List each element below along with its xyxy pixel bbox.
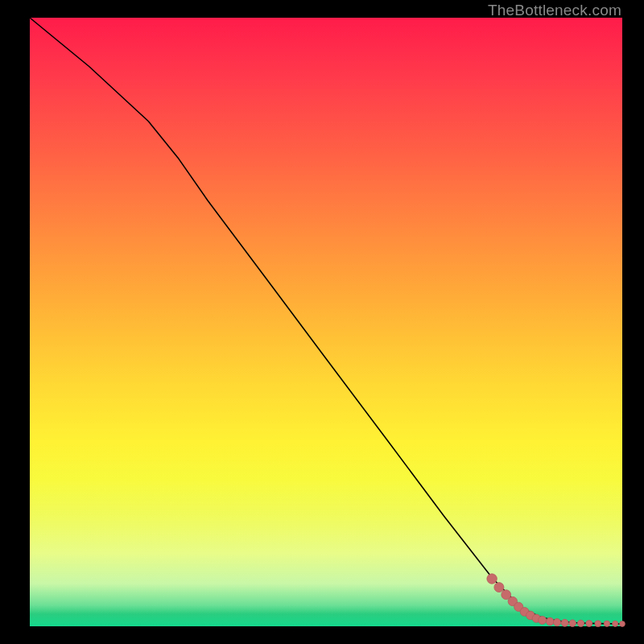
tail-point: [487, 574, 497, 584]
bottleneck-curve: [30, 18, 622, 624]
tail-point: [604, 621, 609, 626]
tail-point: [494, 583, 504, 592]
tail-points: [487, 574, 625, 627]
tail-point: [577, 620, 584, 626]
tail-point: [620, 621, 625, 627]
chart-overlay: [30, 18, 622, 626]
chart-container: TheBottleneck.com: [0, 0, 644, 644]
watermark-text: TheBottleneck.com: [488, 2, 621, 19]
tail-point: [613, 621, 618, 626]
plot-area: [30, 18, 622, 626]
tail-point: [586, 621, 592, 627]
tail-point: [539, 616, 547, 624]
tail-point: [569, 620, 576, 627]
tail-point: [546, 617, 554, 625]
tail-point: [595, 621, 601, 627]
tail-point: [553, 619, 560, 626]
tail-point: [561, 619, 568, 626]
